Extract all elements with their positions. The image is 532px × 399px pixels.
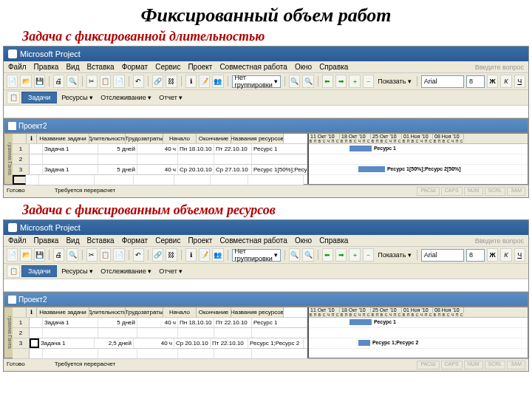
selected-cell[interactable] [30, 338, 39, 348]
show-sub-icon[interactable]: ＋ [349, 248, 360, 262]
menu-edit[interactable]: Правка [34, 236, 59, 245]
font-combo[interactable]: Arial [421, 249, 464, 262]
table-row[interactable] [13, 175, 307, 185]
menu-project[interactable]: Проект [188, 63, 212, 71]
bold-button[interactable]: Ж [487, 75, 498, 88]
show-label[interactable]: Показать ▾ [376, 251, 413, 259]
table-row[interactable]: 3 Задача 1 5 дней 40 ч Ср 20.10.10 Ср 27… [13, 165, 307, 175]
print-icon[interactable]: 🖨 [53, 75, 64, 88]
paste-icon[interactable]: 📄 [113, 248, 124, 262]
menu-window[interactable]: Окно [295, 236, 312, 245]
tab-resources[interactable]: Ресурсы ▾ [58, 266, 96, 276]
zoom-out-icon[interactable]: 🔍 [302, 248, 313, 262]
table-row[interactable]: 3 Задача 1 2,5 дней 40 ч Ср 20.10.10 Пт … [13, 338, 307, 349]
italic-button[interactable]: К [500, 75, 511, 88]
col-duration[interactable]: Длительность [89, 134, 126, 143]
question-box[interactable]: Введите вопрос [475, 236, 524, 245]
col-info[interactable]: ℹ [27, 307, 37, 317]
col-start[interactable]: Начало [163, 134, 197, 143]
show-sub-icon[interactable]: ＋ [349, 75, 360, 88]
table-row[interactable]: 2 [13, 154, 307, 165]
col-rownum[interactable] [13, 134, 27, 143]
col-work[interactable]: Трудозатраты [126, 307, 163, 317]
gantt-bar[interactable]: Ресурс 1;Ресурс 2 [358, 340, 370, 346]
link-icon[interactable]: 🔗 [152, 75, 163, 88]
show-label[interactable]: Показать ▾ [376, 78, 413, 85]
print-icon[interactable]: 🖨 [53, 248, 64, 262]
menu-help[interactable]: Справка [319, 63, 348, 71]
unlink-icon[interactable]: ⛓ [166, 75, 177, 88]
underline-button[interactable]: Ч [514, 248, 525, 262]
tab-icon[interactable]: 📋 [7, 265, 20, 278]
open-icon[interactable]: 📂 [20, 248, 31, 262]
menu-tools[interactable]: Сервис [155, 63, 180, 71]
tab-tracking[interactable]: Отслеживание ▾ [98, 92, 154, 103]
save-icon[interactable]: 💾 [34, 248, 45, 262]
menu-insert[interactable]: Вставка [86, 63, 114, 71]
new-icon[interactable]: 📄 [7, 75, 18, 88]
col-resources[interactable]: Названия ресурсов [231, 307, 284, 317]
tab-tasks[interactable]: Задачи [21, 92, 57, 103]
col-finish[interactable]: Окончание [197, 134, 231, 143]
col-name[interactable]: Название задачи [37, 307, 89, 317]
col-duration[interactable]: Длительность [89, 307, 126, 317]
tab-icon[interactable]: 📋 [7, 91, 20, 104]
info-icon[interactable]: ℹ [185, 75, 197, 88]
cut-icon[interactable]: ✂ [86, 75, 98, 88]
col-info[interactable]: ℹ [27, 134, 37, 143]
tab-report[interactable]: Отчет ▾ [156, 92, 185, 103]
size-combo[interactable]: 8 [466, 249, 485, 262]
menu-edit[interactable]: Правка [34, 63, 59, 71]
paste-icon[interactable]: 📄 [113, 75, 124, 88]
cut-icon[interactable]: ✂ [86, 248, 98, 262]
selected-cell[interactable] [13, 175, 26, 185]
tab-tasks[interactable]: Задачи [21, 265, 57, 277]
note-icon[interactable]: 📝 [199, 75, 210, 88]
gantt-bar[interactable]: Ресурс 1 [349, 319, 372, 325]
menu-file[interactable]: Файл [8, 236, 27, 245]
undo-icon[interactable]: ↶ [133, 75, 144, 88]
tab-resources[interactable]: Ресурсы ▾ [58, 92, 96, 103]
menu-file[interactable]: Файл [8, 63, 27, 71]
new-icon[interactable]: 📄 [7, 248, 18, 262]
size-combo[interactable]: 8 [466, 75, 485, 88]
open-icon[interactable]: 📂 [20, 75, 31, 88]
table-row[interactable]: 1 Задача 1 5 дней 40 ч Пн 18.10.10 Пт 22… [13, 318, 307, 328]
menu-tools[interactable]: Сервис [155, 236, 180, 245]
assign-icon[interactable]: 👥 [212, 248, 223, 262]
preview-icon[interactable]: 🔍 [66, 75, 78, 88]
menu-collab[interactable]: Совместная работа [219, 236, 287, 245]
menu-format[interactable]: Формат [122, 63, 149, 71]
info-icon[interactable]: ℹ [185, 248, 197, 262]
group-combo[interactable]: Нет группировки ▾ [232, 249, 282, 262]
gantt-bar[interactable]: Ресурс 1[50%];Ресурс 2[50%] [358, 166, 385, 172]
copy-icon[interactable]: 📋 [100, 248, 111, 262]
table-row[interactable] [13, 349, 307, 359]
copy-icon[interactable]: 📋 [100, 75, 111, 88]
link-icon[interactable]: 🔗 [152, 248, 163, 262]
col-finish[interactable]: Окончание [197, 307, 231, 317]
table-row[interactable]: 1 Задача 1 5 дней 40 ч Пн 18.10.10 Пт 22… [13, 144, 307, 154]
menu-collab[interactable]: Совместная работа [219, 63, 287, 71]
menu-view[interactable]: Вид [66, 63, 79, 71]
zoom-in-icon[interactable]: 🔍 [289, 248, 300, 262]
col-name[interactable]: Название задачи [37, 134, 89, 143]
unlink-icon[interactable]: ⛓ [166, 248, 177, 262]
hide-sub-icon[interactable]: － [363, 248, 374, 262]
hide-sub-icon[interactable]: － [363, 75, 374, 88]
tab-tracking[interactable]: Отслеживание ▾ [98, 266, 154, 276]
col-work[interactable]: Трудозатраты [126, 134, 163, 143]
menu-insert[interactable]: Вставка [86, 236, 114, 245]
menu-format[interactable]: Формат [122, 236, 149, 245]
italic-button[interactable]: К [500, 248, 511, 262]
font-combo[interactable]: Arial [421, 75, 464, 88]
underline-button[interactable]: Ч [514, 75, 525, 88]
undo-icon[interactable]: ↶ [133, 248, 144, 262]
menu-project[interactable]: Проект [188, 236, 212, 245]
outdent-icon[interactable]: ⬅ [322, 248, 333, 262]
bold-button[interactable]: Ж [487, 248, 498, 262]
group-combo[interactable]: Нет группировки ▾ [232, 75, 282, 88]
menu-help[interactable]: Справка [319, 236, 348, 245]
zoom-in-icon[interactable]: 🔍 [289, 75, 300, 88]
gantt-bar[interactable]: Ресурс 1 [349, 146, 372, 151]
